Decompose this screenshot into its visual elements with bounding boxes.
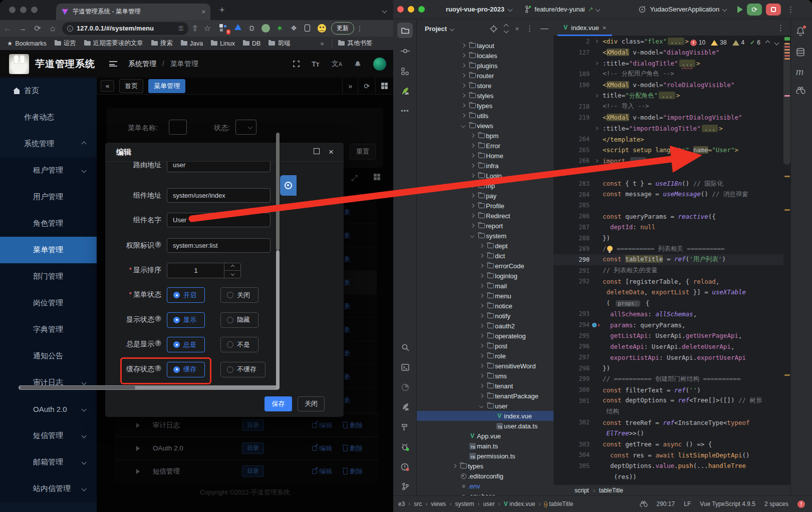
line-ending[interactable]: LF [684,500,691,507]
git-tool-icon[interactable] [397,478,413,494]
sidebar-item-租户管理[interactable]: 租户管理 [0,157,97,184]
tree-item-App.vue[interactable]: V App.vue [417,431,554,441]
caret-position[interactable]: 290:17 [657,500,675,507]
tags-layout-icon[interactable] [375,78,393,94]
tree-item-styles[interactable]: styles [417,91,554,101]
build-tool-icon[interactable] [397,419,413,434]
reading-list-icon[interactable] [304,24,312,33]
reload-button[interactable]: ⟳ [30,24,45,33]
tree-item-menu[interactable]: menu [417,291,554,301]
code-line[interactable]: 295 getListApi: UserApi.getUserPageApi, [554,330,790,341]
profiler-tool-icon[interactable] [397,379,413,395]
code-line[interactable]: 264 </template> [554,134,790,145]
window-zoom-button[interactable] [31,7,38,13]
tree-item-views[interactable]: views [417,121,554,131]
terminal-tool-icon[interactable] [397,359,413,375]
code-line[interactable]: deleteData, exportList }] = useXTable [554,287,790,298]
sidebar-item-系统管理[interactable]: 系统管理 [0,131,97,157]
tree-item-utils[interactable]: utils [417,111,554,121]
browser-tab[interactable]: 芋道管理系统 - 菜单管理 × [56,4,210,20]
extension-kite-icon[interactable] [233,24,242,33]
inspections-widget[interactable]: !10 38 4 ✓6 [690,39,778,46]
sort-value[interactable]: 1 [167,263,224,278]
tree-item-Home[interactable]: Home [417,151,554,161]
sidebar-item-首页[interactable]: 首页 [0,78,97,104]
fold-icon[interactable] [594,94,598,98]
tree-item-mp[interactable]: mp [417,181,554,191]
database-tool-icon[interactable] [796,48,805,59]
ide-close-button[interactable] [397,6,404,13]
project-tool-icon[interactable] [397,23,413,38]
intention-bulb-icon[interactable] [607,246,613,251]
sidebar-item-字典管理[interactable]: 字典管理 [0,316,97,343]
tags-more-icon[interactable]: » [342,78,358,94]
file-type[interactable]: Vue TypeScript 4.9.5 [700,500,755,507]
editor-tab-index-vue[interactable]: V index.vue × [558,19,612,36]
tree-item-permission.ts[interactable]: TS permission.ts [417,451,554,461]
status-path-item[interactable]: e3 [398,500,405,507]
prev-problem-icon[interactable] [765,40,770,45]
permission-input[interactable]: system:user:list [167,238,270,253]
run-configuration-widget[interactable]: YudaoServerApplication [639,6,726,13]
tree-item-user[interactable]: user [417,401,554,411]
bookmark-folder-other[interactable]: 其他书签 [338,39,372,48]
radio-option-on[interactable]: 开启 [167,287,205,303]
code-line[interactable]: 305 deptOptions.value.push(...handleTree [554,460,790,471]
code-line[interactable]: title="分配角色"...> [554,90,790,101]
code-line[interactable]: 299 // ========== 创建部门树结构 ========== [554,374,790,385]
next-problem-icon[interactable] [774,40,779,45]
tree-item-sensitiveWord[interactable]: sensitiveWord [417,361,554,371]
help-icon[interactable]: ? [155,241,161,248]
bookmark-folder[interactable]: DB [243,40,260,47]
sidebar-item-通知公告[interactable]: 通知公告 [0,343,97,369]
tab-overflow-icon[interactable] [382,9,387,14]
site-info-icon[interactable]: i [67,26,73,32]
code-line[interactable]: 289 / ========== 列表相关 ========== [554,243,790,254]
sidebar-item-部门管理[interactable]: 部门管理 [0,263,97,290]
code-line[interactable]: 300 const filterText = ref('') [554,384,790,395]
stop-button[interactable] [766,4,781,16]
code-line[interactable]: 285 [554,200,790,211]
tree-item-.editorconfig[interactable]: .editorconfig [417,471,554,481]
dialog-maximize-icon[interactable] [314,148,320,154]
window-minimize-button[interactable] [20,7,27,13]
address-bar[interactable]: i 127.0.0.1/#/system/menu ⚿ [62,22,188,35]
rerun-debug-button[interactable]: ⟳ [747,4,762,16]
status-path-item[interactable]: v tableTitle [544,500,573,507]
status-path-item[interactable]: V index.vue [504,500,535,507]
code-line[interactable]: 218 <!-- 导入 --> [554,101,790,112]
tags-refresh-icon[interactable]: ⟳ [358,78,375,94]
tree-item-operatelog[interactable]: operatelog [417,331,554,341]
bookmark-folder[interactable]: Java [181,40,203,47]
notifications-bell-icon[interactable] [796,27,805,38]
code-line[interactable]: 288 }) [554,233,790,244]
structure-tool-icon[interactable] [397,64,413,79]
tree-item-router[interactable]: router [417,71,554,81]
ide-more-icon[interactable]: ⋮ [787,5,794,14]
tree-item-dict[interactable]: dict [417,251,554,261]
bookmark-star-icon[interactable]: ☆ [201,24,213,33]
jrebel-tool-icon[interactable]: JR [397,83,413,99]
tree-item-.env[interactable]: ≡ .env [417,481,554,491]
indent-setting[interactable]: 2 spaces [764,500,788,507]
code-line[interactable]: 296 deleteApi: UserApi.deleteUserApi, [554,341,790,352]
tree-item-sms[interactable]: sms [417,371,554,381]
vcs-branch-widget[interactable]: feature/dev-yunai ↗ [525,6,600,13]
tree-item-infra[interactable]: infra [417,161,554,171]
code-line[interactable]: 292 const [registerTable, { reload, [554,276,790,287]
code-line[interactable]: 266 import ... [554,156,790,167]
tree-item-notify[interactable]: notify [417,311,554,321]
editor-tabs-more-icon[interactable]: ⋮ [777,24,784,33]
tree-item-Login[interactable]: Login [417,171,554,181]
status-path-item[interactable]: user [483,500,494,507]
search-tool-icon[interactable] [397,339,413,355]
tree-item-report[interactable]: report [417,221,554,231]
tag-current[interactable]: 菜单管理 [148,79,185,93]
code-line[interactable]: ( props: { [554,298,790,309]
forward-button[interactable]: → [15,24,30,33]
sidebar-item-站内信管理[interactable]: 站内信管理 [0,475,97,502]
tree-item-locales[interactable]: locales [417,51,554,61]
tree-item-pay[interactable]: pay [417,191,554,201]
code-line[interactable]: 303 const getTree = async () => { [554,439,790,450]
vertical-scrollbar-thumb[interactable] [276,133,280,250]
